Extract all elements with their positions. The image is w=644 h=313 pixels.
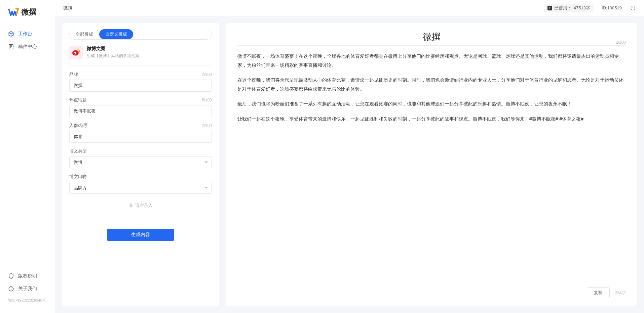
output-top-count: 2/100 xyxy=(616,40,626,45)
output-title: 微撰 xyxy=(237,31,626,43)
copy-button[interactable]: 复制 xyxy=(587,287,610,298)
logo-icon xyxy=(8,7,19,17)
sidebar: 微撰 工作台 稿件中心 版权说明 xyxy=(0,0,55,313)
text-icon: T xyxy=(547,6,552,10)
audience-count: 2/100 xyxy=(202,123,212,128)
type-select[interactable]: 微博 xyxy=(69,156,212,168)
output-paragraph: 让我们一起在这个夜晚，享受体育带来的激情和快乐，一起见证胜利和失败的时刻，一起分… xyxy=(237,115,626,124)
tone-label: 博文口吻 xyxy=(69,174,87,180)
usage-label: 已使用： xyxy=(554,5,572,11)
cube-icon xyxy=(8,31,14,37)
nav-label: 工作台 xyxy=(18,31,32,37)
shield-icon xyxy=(8,273,14,279)
form-panel: 全部模板 自定义模板 微博文案 生成【微博】风格的各类文案 品牌 2/1 xyxy=(62,23,219,306)
template-desc: 生成【微博】风格的各类文案 xyxy=(87,53,139,59)
svg-point-4 xyxy=(74,53,75,54)
svg-rect-5 xyxy=(130,204,131,206)
page-title: 微撰 xyxy=(63,5,73,11)
nav-copyright[interactable]: 版权说明 xyxy=(0,270,55,282)
topic-input[interactable] xyxy=(69,105,212,117)
brand-input[interactable] xyxy=(69,80,212,92)
nav-label: 版权说明 xyxy=(18,273,37,279)
logo-text: 微撰 xyxy=(22,7,36,17)
document-icon xyxy=(8,44,14,50)
output-paragraph: 最后，我们也将为粉丝们准备了一系列有趣的互动活动，让您在观看比赛的同时，也能和其… xyxy=(237,99,626,108)
nav-workspace[interactable]: 工作台 xyxy=(0,28,55,40)
output-body: 微博不眠夜，一场体育盛宴！在这个夜晚，全球各地的体育爱好者都会在微博上分享他们的… xyxy=(237,52,626,283)
brand-count: 2/100 xyxy=(202,72,212,77)
output-panel: 微撰 2/100 微博不眠夜，一场体育盛宴！在这个夜晚，全球各地的体育爱好者都会… xyxy=(226,23,637,306)
template-card: 微博文案 生成【微博】风格的各类文案 xyxy=(69,46,212,65)
nav-label: 稿件中心 xyxy=(18,44,37,50)
brand-label: 品牌 xyxy=(69,72,78,78)
generate-button[interactable]: 生成内容 xyxy=(107,229,174,241)
logo: 微撰 xyxy=(0,7,55,28)
nav-drafts[interactable]: 稿件中心 xyxy=(0,40,55,53)
audience-input[interactable] xyxy=(69,131,212,143)
template-tabs: 全部模板 自定义模板 xyxy=(69,29,212,40)
nav-label: 关于我们 xyxy=(18,286,37,292)
main-nav: 工作台 稿件中心 xyxy=(0,28,55,270)
topbar: 微撰 T 已使用： 47513字 ID:100519 xyxy=(55,0,644,16)
usage-value: 47513字 xyxy=(574,5,590,11)
tone-select[interactable]: 品牌方 xyxy=(69,182,212,194)
template-title: 微博文案 xyxy=(87,46,139,52)
divider xyxy=(237,45,626,46)
user-id: ID:100519 xyxy=(602,5,622,10)
usage-badge[interactable]: T 已使用： 47513字 xyxy=(544,4,594,12)
tab-custom-templates[interactable]: 自定义模板 xyxy=(99,29,133,39)
topic-count: 5/100 xyxy=(202,98,212,102)
mic-icon xyxy=(128,203,133,208)
icp-footer: 鄂ICP备2022016946号 xyxy=(0,295,55,303)
tab-all-templates[interactable]: 全部模板 xyxy=(70,29,99,39)
weibo-icon xyxy=(69,46,83,59)
type-label: 博文类型 xyxy=(69,148,87,154)
output-paragraph: 在这个夜晚，我们将为您呈现最激动人心的体育比赛，邀请您一起见证历史的时刻。同时，… xyxy=(237,76,626,93)
word-count: 364字 xyxy=(615,290,626,296)
power-icon[interactable] xyxy=(630,5,636,11)
output-paragraph: 微博不眠夜，一场体育盛宴！在这个夜晚，全球各地的体育爱好者都会在微博上分享他们的… xyxy=(237,52,626,70)
bottom-nav: 版权说明 关于我们 鄂ICP备2022016946号 xyxy=(0,270,55,306)
info-icon xyxy=(8,286,14,292)
nav-about[interactable]: 关于我们 xyxy=(0,282,55,295)
topic-label: 热点话题 xyxy=(69,97,87,103)
audience-label: 人群/场景 xyxy=(69,123,88,129)
voice-input-hint[interactable]: 请空录入 xyxy=(69,199,212,229)
